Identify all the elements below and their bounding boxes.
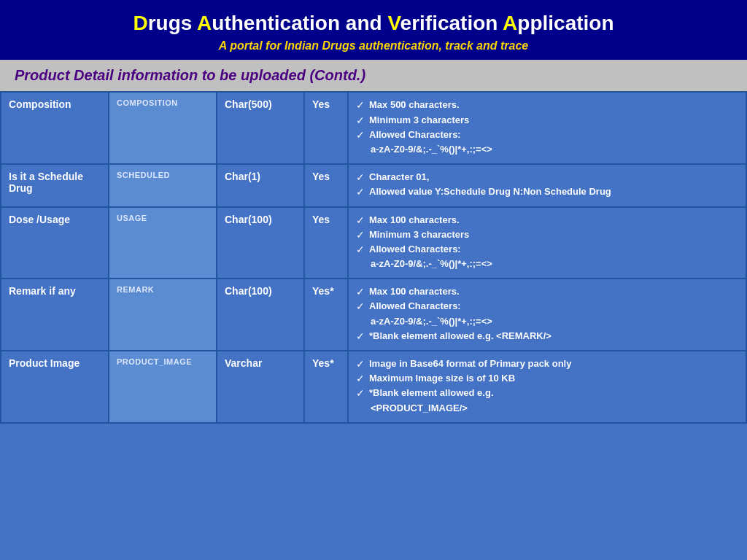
field-tag-cell: USAGE [109,207,217,279]
rule-item: ✓*Blank element allowed e.g. [356,386,738,400]
title-pplication: pplication [517,12,614,34]
rule-text: Maximum Image size is of 10 KB [369,372,515,385]
checkmark-icon: ✓ [356,171,365,183]
title-erification: erification [400,12,503,34]
rule-item: ✓Allowed Characters: [356,243,738,256]
field-type-cell: Char(500) [217,92,304,164]
title-letter-v: V [387,12,400,34]
field-name-cell: Product Image [1,351,109,423]
rule-text: Minimum 3 characters [369,228,469,241]
rule-text: *Blank element allowed e.g. <REMARK/> [369,330,551,343]
field-required-cell: Yes* [304,279,348,351]
title-letter-a2: A [503,12,517,34]
title-letter-a1: A [197,12,212,34]
rule-text: Max 500 characters. [369,98,460,112]
section-title-bar: Product Detail information to be uploade… [0,60,747,91]
rule-item: ✓Max 100 characters. [356,214,738,227]
rule-item: ✓*Blank element allowed e.g. <REMARK/> [356,330,738,343]
field-tag-cell: COMPOSITION [109,92,217,164]
checkmark-icon: ✓ [356,99,365,111]
field-type-cell: Varchar [217,351,304,423]
rule-text: Image in Base64 format of Primary pack o… [369,357,571,370]
title-rugs: rugs [148,12,197,34]
rule-text: Allowed Characters: [369,128,461,141]
field-name-cell: Is it a Schedule Drug [1,164,109,206]
field-type-cell: Char(100) [217,279,304,351]
rule-item: a-zA-Z0-9/&;.-_`%()|*+,:;=<> [356,143,738,156]
checkmark-icon: ✓ [356,358,365,370]
field-required-cell: Yes [304,92,348,164]
rule-item: ✓Allowed value Y:Schedule Drug N:Non Sch… [356,185,738,198]
title-uthentication: uthentication and [212,12,387,34]
rule-item: ✓Character 01, [356,171,738,184]
field-tag-cell: SCHEDULED [109,164,217,206]
checkmark-icon: ✓ [356,114,365,126]
rule-text: a-zA-Z0-9/&;.-_`%()|*+,:;=<> [371,315,492,328]
field-name-cell: Remark if any [1,279,109,351]
field-name-cell: Dose /Usage [1,207,109,279]
checkmark-icon: ✓ [356,300,365,312]
checkmark-icon: ✓ [356,229,365,241]
rule-item: a-zA-Z0-9/&;.-_`%()|*+,:;=<> [356,315,738,328]
field-rules-cell: ✓Max 500 characters.✓Minimum 3 character… [348,92,746,164]
page-header: Drugs Authentication and Verification Ap… [0,0,747,60]
rule-item: ✓Allowed Characters: [356,128,738,141]
field-name-cell: Composition [1,92,109,164]
field-rules-cell: ✓Max 100 characters.✓Allowed Characters:… [348,279,746,351]
header-subtitle: A portal for Indian Drugs authentication… [15,39,732,52]
rule-text: a-zA-Z0-9/&;.-_`%()|*+,:;=<> [371,143,492,156]
title-letter-d: D [133,12,147,34]
field-type-cell: Char(100) [217,207,304,279]
checkmark-icon: ✓ [356,387,365,399]
field-tag-cell: REMARK [109,279,217,351]
checkmark-icon: ✓ [356,186,365,198]
checkmark-icon: ✓ [356,373,365,384]
rule-item: ✓Max 100 characters. [356,285,738,298]
rule-text: Max 100 characters. [369,214,460,227]
rule-item: ✓Max 500 characters. [356,98,738,112]
field-rules-cell: ✓Character 01,✓Allowed value Y:Schedule … [348,164,746,206]
checkmark-icon: ✓ [356,286,365,298]
rule-item: ✓Minimum 3 characters [356,114,738,127]
rule-text: *Blank element allowed e.g. [369,386,494,400]
rule-text: Minimum 3 characters [369,114,469,127]
rule-item: ✓Image in Base64 format of Primary pack … [356,357,738,370]
field-required-cell: Yes* [304,351,348,423]
rule-item: <PRODUCT_IMAGE/> [356,402,738,415]
field-required-cell: Yes [304,207,348,279]
rule-item: ✓Minimum 3 characters [356,228,738,241]
field-rules-cell: ✓Max 100 characters.✓Minimum 3 character… [348,207,746,279]
rule-item: a-zA-Z0-9/&;.-_`%()|*+,:;=<> [356,257,738,271]
field-required-cell: Yes [304,164,348,206]
rule-item: ✓Maximum Image size is of 10 KB [356,372,738,385]
field-tag-cell: PRODUCT_IMAGE [109,351,217,423]
rule-text: Character 01, [369,171,429,184]
rule-text: Allowed Characters: [369,300,461,313]
rule-text: Max 100 characters. [369,285,460,298]
field-rules-cell: ✓Image in Base64 format of Primary pack … [348,351,746,423]
checkmark-icon: ✓ [356,330,365,342]
rule-text: Allowed Characters: [369,243,461,256]
checkmark-icon: ✓ [356,244,365,255]
field-type-cell: Char(1) [217,164,304,206]
product-detail-table: CompositionCOMPOSITIONChar(500)Yes✓Max 5… [0,91,747,423]
rule-text: a-zA-Z0-9/&;.-_`%()|*+,:;=<> [371,257,492,271]
checkmark-icon: ✓ [356,129,365,141]
section-title: Product Detail information to be uploade… [15,67,732,84]
checkmark-icon: ✓ [356,214,365,226]
rule-item: ✓Allowed Characters: [356,300,738,313]
rule-text: Allowed value Y:Schedule Drug N:Non Sche… [369,185,611,198]
rule-text: <PRODUCT_IMAGE/> [371,402,468,415]
main-title: Drugs Authentication and Verification Ap… [15,10,732,36]
